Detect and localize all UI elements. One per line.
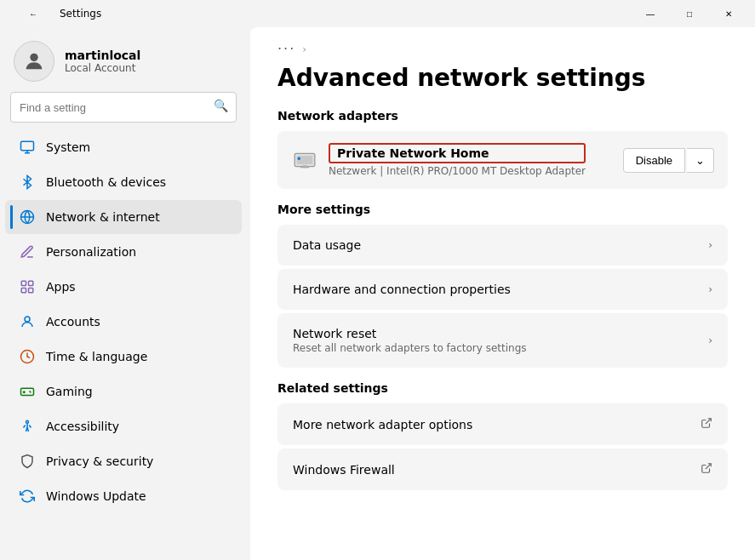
- sidebar-item-privacy[interactable]: Privacy & security: [5, 444, 242, 478]
- sidebar-item-label-personalization: Personalization: [46, 245, 136, 259]
- more-adapter-options-label: More network adapter options: [293, 418, 472, 431]
- svg-rect-14: [300, 167, 309, 169]
- adapter-right: Disable ⌄: [623, 148, 714, 173]
- sidebar-item-update[interactable]: Windows Update: [5, 479, 242, 513]
- network-reset-label: Network reset: [293, 327, 527, 340]
- page-title: Advanced network settings: [277, 64, 728, 92]
- personalization-icon: [19, 243, 36, 260]
- titlebar-left: ← Settings: [14, 0, 101, 27]
- sidebar: martinlocal Local Account 🔍 System Bluet…: [0, 27, 247, 560]
- network-reset-info: Network reset Reset all network adapters…: [293, 327, 527, 354]
- adapter-left: Private Network Home Netzwerk | Intel(R)…: [291, 143, 586, 177]
- search-input[interactable]: [10, 92, 237, 123]
- sidebar-item-system[interactable]: System: [5, 130, 242, 164]
- update-icon: [19, 488, 36, 505]
- main-content: ··· › Advanced network settings Network …: [250, 27, 755, 560]
- svg-rect-12: [297, 156, 313, 164]
- chevron-right-icon-3: ›: [708, 334, 712, 346]
- svg-rect-3: [21, 281, 26, 285]
- external-link-icon: [701, 417, 712, 431]
- accessibility-icon: [19, 418, 36, 435]
- minimize-button[interactable]: —: [631, 0, 670, 27]
- sidebar-item-apps[interactable]: Apps: [5, 270, 242, 304]
- back-button[interactable]: ←: [14, 0, 53, 27]
- sidebar-item-label-gaming: Gaming: [46, 385, 93, 398]
- network-icon: [19, 209, 36, 226]
- section-related-settings: Related settings: [277, 381, 728, 395]
- chevron-right-icon: ›: [708, 239, 712, 251]
- breadcrumb: ··· ›: [277, 41, 728, 57]
- privacy-icon: [19, 453, 36, 470]
- disable-button[interactable]: Disable: [623, 148, 685, 173]
- hw-connection-row[interactable]: Hardware and connection properties ›: [277, 269, 728, 310]
- titlebar: ← Settings — □ ✕: [0, 0, 755, 27]
- svg-line-17: [706, 464, 711, 469]
- data-usage-label: Data usage: [293, 238, 361, 252]
- svg-rect-5: [21, 289, 26, 293]
- close-button[interactable]: ✕: [709, 0, 748, 27]
- sidebar-item-label-privacy: Privacy & security: [46, 454, 153, 468]
- external-link-icon-2: [701, 462, 712, 477]
- section-network-adapters: Network adapters: [277, 109, 728, 123]
- sidebar-item-bluetooth[interactable]: Bluetooth & devices: [5, 165, 242, 199]
- search-container: 🔍: [0, 92, 247, 129]
- gaming-icon: [19, 383, 36, 400]
- accounts-icon: [19, 313, 36, 330]
- adapter-expand-button[interactable]: ⌄: [687, 148, 714, 173]
- adapter-icon: [291, 146, 318, 174]
- adapter-card: Private Network Home Netzwerk | Intel(R)…: [277, 131, 728, 189]
- sidebar-item-label-accessibility: Accessibility: [46, 420, 119, 433]
- chevron-right-icon-2: ›: [708, 283, 712, 295]
- sidebar-item-network[interactable]: Network & internet: [5, 200, 242, 234]
- user-profile[interactable]: martinlocal Local Account: [0, 27, 247, 92]
- svg-rect-6: [29, 289, 33, 293]
- network-reset-row[interactable]: Network reset Reset all network adapters…: [277, 313, 728, 368]
- section-more-settings: More settings: [277, 203, 728, 216]
- windows-firewall-row[interactable]: Windows Firewall: [277, 449, 728, 490]
- sidebar-item-label-apps: Apps: [46, 280, 76, 294]
- sidebar-item-accounts[interactable]: Accounts: [5, 305, 242, 339]
- system-icon: [19, 139, 36, 156]
- sidebar-nav: System Bluetooth & devices Network & int…: [0, 129, 247, 514]
- sidebar-item-time[interactable]: Time & language: [5, 340, 242, 374]
- sidebar-item-label-time: Time & language: [46, 350, 147, 363]
- apps-icon: [19, 278, 36, 295]
- app-container: martinlocal Local Account 🔍 System Bluet…: [0, 27, 755, 560]
- svg-line-16: [706, 419, 711, 424]
- adapter-info: Private Network Home Netzwerk | Intel(R)…: [329, 143, 586, 177]
- sidebar-item-personalization[interactable]: Personalization: [5, 235, 242, 269]
- svg-rect-4: [29, 281, 33, 285]
- breadcrumb-dots[interactable]: ···: [277, 41, 295, 57]
- breadcrumb-sep: ›: [302, 43, 306, 55]
- user-info: martinlocal Local Account: [65, 49, 140, 74]
- sidebar-item-label-update: Windows Update: [46, 489, 146, 503]
- data-usage-row[interactable]: Data usage ›: [277, 225, 728, 266]
- adapter-description: Netzwerk | Intel(R) PRO/1000 MT Desktop …: [329, 165, 586, 177]
- sidebar-item-label-network: Network & internet: [46, 210, 160, 224]
- svg-point-10: [26, 420, 29, 423]
- sidebar-item-label-system: System: [46, 140, 90, 154]
- sidebar-item-gaming[interactable]: Gaming: [5, 374, 242, 409]
- more-adapter-options-row[interactable]: More network adapter options: [277, 403, 728, 445]
- titlebar-title: Settings: [60, 8, 101, 20]
- svg-point-15: [298, 157, 300, 160]
- sidebar-item-accessibility[interactable]: Accessibility: [5, 409, 242, 443]
- maximize-button[interactable]: □: [670, 0, 709, 27]
- hw-connection-label: Hardware and connection properties: [293, 283, 511, 296]
- time-icon: [19, 348, 36, 365]
- avatar: [14, 41, 54, 82]
- svg-point-0: [30, 54, 37, 61]
- svg-rect-1: [21, 141, 34, 151]
- sidebar-item-label-accounts: Accounts: [46, 315, 100, 329]
- sidebar-item-label-bluetooth: Bluetooth & devices: [46, 175, 166, 189]
- adapter-name: Private Network Home: [329, 143, 586, 163]
- bluetooth-icon: [19, 174, 36, 191]
- titlebar-controls: — □ ✕: [631, 0, 748, 27]
- windows-firewall-label: Windows Firewall: [293, 463, 395, 477]
- network-reset-desc: Reset all network adapters to factory se…: [293, 342, 527, 354]
- svg-point-7: [25, 317, 30, 322]
- account-type: Local Account: [65, 62, 140, 74]
- username: martinlocal: [65, 49, 140, 62]
